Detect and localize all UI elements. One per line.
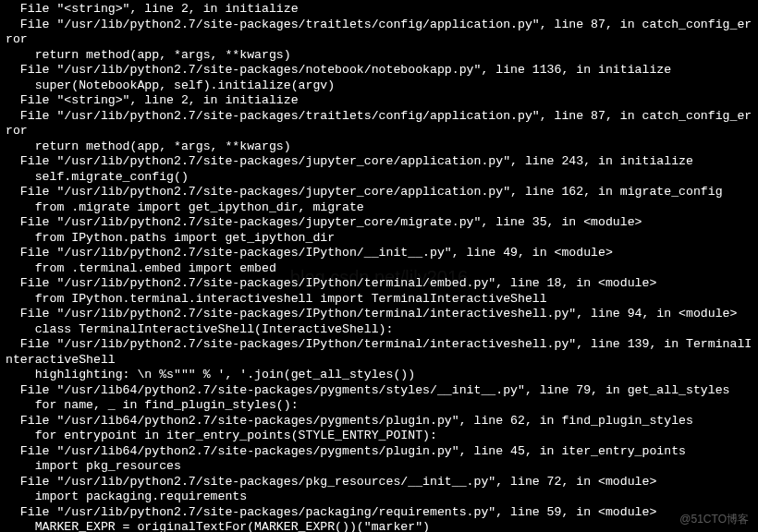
traceback-line: from IPython.terminal.interactiveshell i…	[6, 292, 752, 308]
traceback-line: class TerminalInteractiveShell(Interacti…	[6, 322, 752, 338]
traceback-line: File "/usr/lib/python2.7/site-packages/I…	[6, 337, 752, 368]
traceback-line: File "/usr/lib/python2.7/site-packages/j…	[6, 154, 752, 170]
traceback-line: File "/usr/lib64/python2.7/site-packages…	[6, 414, 752, 429]
traceback-line: File "/usr/lib64/python2.7/site-packages…	[6, 383, 752, 399]
traceback-line: File "/usr/lib/python2.7/site-packages/p…	[6, 475, 752, 490]
traceback-line: return method(app, *args, **kwargs)	[6, 139, 752, 155]
traceback-line: from .terminal.embed import embed	[6, 261, 752, 277]
traceback-line: MARKER_EXPR = originalTextFor(MARKER_EXP…	[6, 520, 752, 532]
traceback-line: File "/usr/lib/python2.7/site-packages/t…	[6, 109, 752, 139]
traceback-line: from IPython.paths import get_ipython_di…	[6, 231, 752, 247]
traceback-line: File "/usr/lib/python2.7/site-packages/I…	[6, 276, 752, 292]
traceback-line: from .migrate import get_ipython_dir, mi…	[6, 200, 752, 216]
traceback-line: File "/usr/lib/python2.7/site-packages/n…	[6, 63, 752, 79]
traceback-line: super(NotebookApp, self).initialize(argv…	[6, 79, 752, 94]
traceback-line: File "/usr/lib/python2.7/site-packages/I…	[6, 307, 752, 322]
terminal-output: File "<string>", line 2, in initialize F…	[6, 2, 752, 532]
traceback-line: for entrypoint in iter_entry_points(STYL…	[6, 429, 752, 444]
traceback-line: File "/usr/lib/python2.7/site-packages/I…	[6, 246, 752, 261]
traceback-line: for name, _ in find_plugin_styles():	[6, 398, 752, 414]
traceback-line: return method(app, *args, **kwargs)	[6, 48, 752, 64]
traceback-line: highlighting: \n %s""" % ', '.join(get_a…	[6, 368, 752, 383]
traceback-line: File "/usr/lib/python2.7/site-packages/p…	[6, 505, 752, 521]
traceback-line: File "/usr/lib/python2.7/site-packages/t…	[6, 18, 752, 48]
traceback-line: File "/usr/lib/python2.7/site-packages/j…	[6, 215, 752, 231]
traceback-line: import packaging.requirements	[6, 490, 752, 505]
traceback-line: File "<string>", line 2, in initialize	[6, 93, 752, 109]
traceback-line: File "<string>", line 2, in initialize	[6, 2, 752, 18]
traceback-line: File "/usr/lib64/python2.7/site-packages…	[6, 444, 752, 460]
traceback-line: import pkg_resources	[6, 459, 752, 475]
traceback-line: self.migrate_config()	[6, 170, 752, 186]
site-watermark: @51CTO博客	[679, 513, 749, 526]
traceback-line: File "/usr/lib/python2.7/site-packages/j…	[6, 185, 752, 200]
